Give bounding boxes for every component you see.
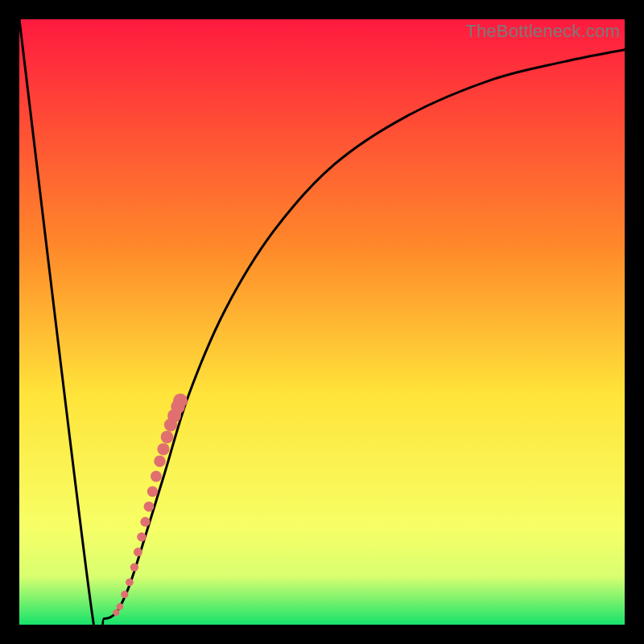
marker-point (147, 486, 158, 497)
marker-point (151, 471, 162, 482)
marker-point (157, 443, 169, 455)
marker-point (154, 456, 165, 467)
gradient-background (19, 19, 625, 625)
bottleneck-chart (19, 19, 625, 625)
watermark-text: TheBottleneck.com (465, 21, 620, 42)
marker-point (144, 502, 155, 512)
marker-point (130, 563, 138, 571)
marker-point (117, 603, 124, 610)
marker-point (173, 394, 188, 408)
marker-point (134, 547, 142, 556)
chart-frame: TheBottleneck.com (19, 19, 625, 625)
marker-point (126, 578, 134, 586)
marker-point (121, 591, 128, 598)
marker-point (161, 431, 174, 444)
marker-point (140, 517, 150, 526)
marker-point (113, 609, 119, 616)
marker-point (137, 532, 147, 542)
